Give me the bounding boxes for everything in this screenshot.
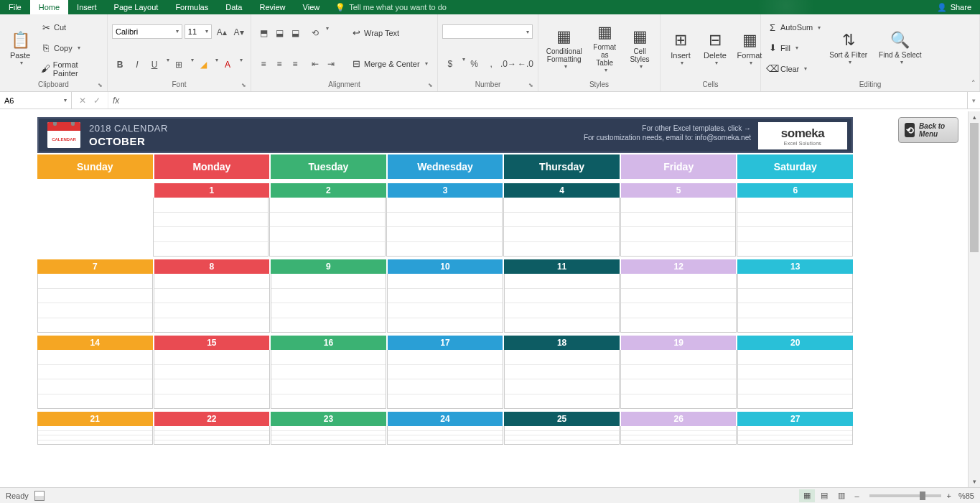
day-cell[interactable] xyxy=(737,198,853,257)
share-button[interactable]: 👤Share xyxy=(928,0,980,14)
normal-view-button[interactable]: ▦ xyxy=(799,489,815,502)
percent-button[interactable]: % xyxy=(467,56,482,72)
scroll-thumb[interactable] xyxy=(970,123,979,252)
macro-record-icon[interactable] xyxy=(34,491,45,501)
wrap-text-button[interactable]: ↩Wrap Text xyxy=(349,25,429,41)
fill-button[interactable]: ⬇Fill▾ xyxy=(765,40,822,56)
tab-review[interactable]: Review xyxy=(251,0,294,14)
conditional-formatting-button[interactable]: ▦Conditional Formatting▾ xyxy=(543,17,585,79)
day-cell[interactable] xyxy=(504,350,620,409)
day-cell[interactable] xyxy=(737,274,853,333)
day-cell[interactable] xyxy=(37,198,152,257)
align-center[interactable]: ≡ xyxy=(271,56,287,72)
tab-data[interactable]: Data xyxy=(217,0,251,14)
day-cell[interactable] xyxy=(37,426,153,445)
enter-formula-icon[interactable]: ✓ xyxy=(93,96,101,106)
day-cell[interactable] xyxy=(387,426,503,445)
tab-view[interactable]: View xyxy=(294,0,329,14)
collapse-ribbon-icon[interactable]: ˄ xyxy=(971,79,976,88)
day-cell[interactable] xyxy=(620,426,736,445)
tab-formulas[interactable]: Formulas xyxy=(167,0,217,14)
zoom-slider[interactable] xyxy=(869,494,941,497)
day-cell[interactable] xyxy=(269,198,386,257)
vertical-scrollbar[interactable]: ▴ ▾ xyxy=(968,111,980,487)
bold-button[interactable]: B xyxy=(112,57,128,73)
clear-button[interactable]: ⌫Clear▾ xyxy=(765,61,822,77)
day-cell[interactable] xyxy=(271,426,386,445)
format-painter-button[interactable]: 🖌Format Painter xyxy=(39,61,103,77)
day-cell[interactable] xyxy=(504,274,620,333)
cell-styles-button[interactable]: ▦Cell Styles▾ xyxy=(624,17,655,79)
tab-page-layout[interactable]: Page Layout xyxy=(106,0,167,14)
tab-home[interactable]: Home xyxy=(30,0,68,14)
day-cell[interactable] xyxy=(503,198,620,257)
clipboard-launcher[interactable]: ⬊ xyxy=(98,82,103,88)
day-cell[interactable] xyxy=(620,274,736,333)
merge-center-button[interactable]: ⊟Merge & Center▾ xyxy=(349,56,429,72)
paste-button[interactable]: 📋Paste▾ xyxy=(4,17,36,79)
font-name-select[interactable]: Calibri▾ xyxy=(112,24,182,39)
day-cell[interactable] xyxy=(387,274,503,333)
align-bottom[interactable]: ⬓ xyxy=(287,25,303,41)
font-size-select[interactable]: 11▾ xyxy=(185,24,212,39)
back-to-menu-button[interactable]: ⟲ Back to Menu xyxy=(898,117,958,143)
day-cell[interactable] xyxy=(154,350,269,409)
tab-insert[interactable]: Insert xyxy=(68,0,106,14)
zoom-level[interactable]: %85 xyxy=(958,492,974,500)
row-headers[interactable] xyxy=(0,111,37,487)
day-cell[interactable] xyxy=(620,198,737,257)
worksheet[interactable]: CALENDAR 2018 CALENDAR OCTOBER For other… xyxy=(0,111,968,487)
find-select-button[interactable]: 🔍Find & Select▾ xyxy=(874,17,925,79)
tell-me[interactable]: 💡Tell me what you want to do xyxy=(328,0,454,14)
formula-input[interactable] xyxy=(123,92,967,109)
tab-file[interactable]: File xyxy=(0,0,30,14)
name-box[interactable]: A6▾ xyxy=(0,92,72,109)
alignment-launcher[interactable]: ⬊ xyxy=(428,82,433,88)
expand-formula-bar[interactable]: ▾ xyxy=(967,92,980,109)
day-cell[interactable] xyxy=(154,274,269,333)
scroll-down-icon[interactable]: ▾ xyxy=(969,476,980,487)
page-layout-view-button[interactable]: ▤ xyxy=(816,489,832,502)
comma-button[interactable]: , xyxy=(483,56,499,72)
increase-indent[interactable]: ⇥ xyxy=(323,56,339,72)
increase-font-icon[interactable]: A▴ xyxy=(214,24,229,40)
fill-color-button[interactable]: ◢ xyxy=(195,57,211,73)
font-color-button[interactable]: A xyxy=(220,57,235,73)
day-cell[interactable] xyxy=(154,426,269,445)
day-cell[interactable] xyxy=(271,350,386,409)
number-launcher[interactable]: ⬊ xyxy=(528,82,533,88)
day-cell[interactable] xyxy=(504,426,620,445)
cut-button[interactable]: ✂Cut xyxy=(39,19,103,35)
autosum-button[interactable]: ΣAutoSum▾ xyxy=(765,19,822,35)
day-cell[interactable] xyxy=(737,426,853,445)
copy-button[interactable]: ⎘Copy▾ xyxy=(39,40,103,56)
align-right[interactable]: ≡ xyxy=(287,56,303,72)
orientation-button[interactable]: ⟲ xyxy=(307,25,323,41)
sort-filter-button[interactable]: ⇅Sort & Filter▾ xyxy=(825,17,872,79)
format-as-table-button[interactable]: ▦Format as Table▾ xyxy=(588,17,621,79)
decrease-font-icon[interactable]: A▾ xyxy=(231,24,246,40)
day-cell[interactable] xyxy=(271,274,386,333)
day-cell[interactable] xyxy=(153,198,269,257)
align-left[interactable]: ≡ xyxy=(256,56,271,72)
cancel-formula-icon[interactable]: ✕ xyxy=(79,96,86,106)
align-top[interactable]: ⬒ xyxy=(256,25,271,41)
delete-cells-button[interactable]: ⊟Delete▾ xyxy=(699,17,731,79)
day-cell[interactable] xyxy=(37,350,153,409)
insert-cells-button[interactable]: ⊞Insert▾ xyxy=(665,17,696,79)
someka-logo[interactable]: someka Excel Solutions xyxy=(758,122,847,149)
font-launcher[interactable]: ⬊ xyxy=(241,82,246,88)
page-break-view-button[interactable]: ▥ xyxy=(834,489,849,502)
increase-decimal[interactable]: .0→ xyxy=(500,56,516,72)
currency-button[interactable]: $ xyxy=(442,56,458,72)
decrease-decimal[interactable]: ←.0 xyxy=(518,56,533,72)
day-cell[interactable] xyxy=(37,274,153,333)
underline-button[interactable]: U xyxy=(146,57,162,73)
border-button[interactable]: ⊞ xyxy=(171,57,187,73)
day-cell[interactable] xyxy=(737,350,853,409)
decrease-indent[interactable]: ⇤ xyxy=(307,56,323,72)
templates-link-text[interactable]: For other Excel templates, click → xyxy=(584,124,751,132)
day-cell[interactable] xyxy=(386,198,503,257)
day-cell[interactable] xyxy=(620,350,736,409)
fx-icon[interactable]: fx xyxy=(108,92,123,109)
